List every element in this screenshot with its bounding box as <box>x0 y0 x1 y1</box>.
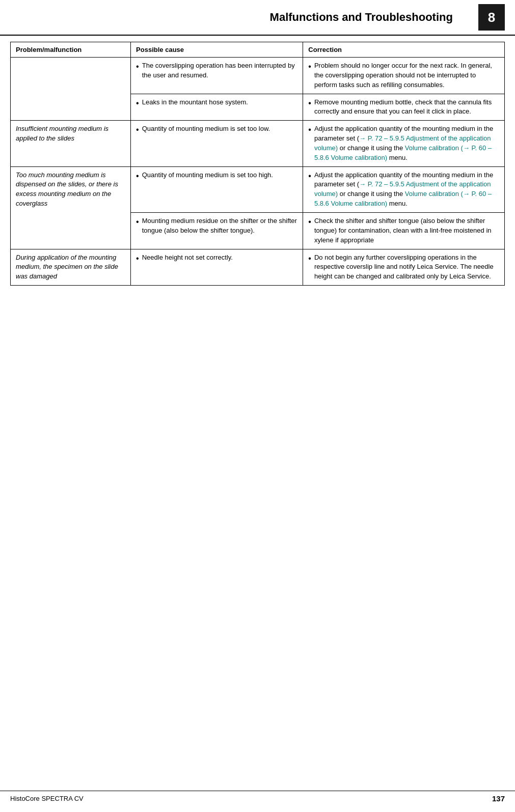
cause-item-2: • Leaks in the mountant hose system. <box>136 98 297 108</box>
footer-product: HistoCore SPECTRA CV <box>10 795 84 802</box>
cause-cell-1: • The coverslipping operation has been i… <box>131 58 303 94</box>
cause-item-4: • Quantity of mounting medium is set too… <box>136 171 297 181</box>
cause-text-5: Mounting medium residue on the shifter o… <box>142 216 298 236</box>
correction-list-2: • Remove mounting medium bottle, check t… <box>308 98 499 117</box>
cause-item-3: • Quantity of mounting medium is set too… <box>136 124 297 134</box>
problem-cell-4: Too much mounting medium is dispensed on… <box>11 166 131 249</box>
cause-list-5: • Mounting medium residue on the shifter… <box>136 216 297 236</box>
cause-text-4: Quantity of mounting medium is set too h… <box>142 171 273 180</box>
correction-text-3: Adjust the application quantity of the m… <box>314 124 499 162</box>
table-row: • The coverslipping operation has been i… <box>11 58 505 94</box>
bullet-icon: • <box>308 254 311 263</box>
correction-item-3: • Adjust the application quantity of the… <box>308 124 499 162</box>
bullet-icon: • <box>308 171 311 181</box>
correction-cell-1: • Problem should no longer occur for the… <box>303 58 505 94</box>
table-header-row: Problem/malfunction Possible cause Corre… <box>11 42 505 58</box>
correction-item-1: • Problem should no longer occur for the… <box>308 61 499 90</box>
cause-item-5: • Mounting medium residue on the shifter… <box>136 216 297 236</box>
cause-cell-6: • Needle height not set correctly. <box>131 249 303 286</box>
correction-item-2: • Remove mounting medium bottle, check t… <box>308 98 499 117</box>
cause-cell-2: • Leaks in the mountant hose system. <box>131 94 303 121</box>
main-table: Problem/malfunction Possible cause Corre… <box>10 42 505 286</box>
cause-cell-4: • Quantity of mounting medium is set too… <box>131 166 303 212</box>
bullet-icon: • <box>136 254 139 263</box>
correction-list-4: • Adjust the application quantity of the… <box>308 171 499 209</box>
page-title: Malfunctions and Troubleshooting <box>245 11 479 24</box>
table-row: During application of the mounting mediu… <box>11 249 505 286</box>
problem-cell-3: Insufficient mounting medium is applied … <box>11 121 131 166</box>
correction-text-2: Remove mounting medium bottle, check tha… <box>314 98 499 117</box>
cause-text-6: Needle height not set correctly. <box>142 253 233 263</box>
bullet-icon: • <box>136 125 139 134</box>
correction-list-5: • Check the shifter and shifter tongue (… <box>308 216 499 245</box>
bullet-icon: • <box>308 125 311 134</box>
correction-text-1: Problem should no longer occur for the n… <box>314 61 499 90</box>
correction-text-4: Adjust the application quantity of the m… <box>314 171 499 209</box>
correction-item-4: • Adjust the application quantity of the… <box>308 171 499 209</box>
table-row: Too much mounting medium is dispensed on… <box>11 166 505 212</box>
cause-text-3: Quantity of mounting medium is set too l… <box>142 124 270 134</box>
footer-page: 137 <box>492 794 505 803</box>
bullet-icon: • <box>308 98 311 108</box>
bullet-icon: • <box>308 217 311 227</box>
chapter-badge: 8 <box>478 4 505 31</box>
cause-list-3: • Quantity of mounting medium is set too… <box>136 124 297 134</box>
cause-list-2: • Leaks in the mountant hose system. <box>136 98 297 108</box>
correction-list-1: • Problem should no longer occur for the… <box>308 61 499 90</box>
link-4[interactable]: Volume calibration (→ P. 60 – 5.8.6 Volu… <box>314 190 492 207</box>
link-2[interactable]: Volume calibration (→ P. 60 – 5.8.6 Volu… <box>314 144 492 161</box>
col-cause: Possible cause <box>131 42 303 58</box>
correction-cell-4: • Adjust the application quantity of the… <box>303 166 505 212</box>
cause-list-6: • Needle height not set correctly. <box>136 253 297 263</box>
correction-item-6: • Do not begin any further coverslipping… <box>308 253 499 282</box>
cause-text-1: The coverslipping operation has been int… <box>142 61 298 80</box>
cause-list-4: • Quantity of mounting medium is set too… <box>136 171 297 181</box>
bullet-icon: • <box>136 98 139 108</box>
correction-cell-3: • Adjust the application quantity of the… <box>303 121 505 166</box>
cause-text-2: Leaks in the mountant hose system. <box>142 98 248 107</box>
bullet-icon: • <box>136 62 139 71</box>
table-row: Insufficient mounting medium is applied … <box>11 121 505 166</box>
correction-list-3: • Adjust the application quantity of the… <box>308 124 499 162</box>
correction-item-5: • Check the shifter and shifter tongue (… <box>308 216 499 245</box>
correction-cell-2: • Remove mounting medium bottle, check t… <box>303 94 505 121</box>
page-footer: HistoCore SPECTRA CV 137 <box>0 791 515 803</box>
problem-cell-empty-1 <box>11 58 131 121</box>
correction-text-5: Check the shifter and shifter tongue (al… <box>314 216 499 245</box>
cause-item-6: • Needle height not set correctly. <box>136 253 297 263</box>
cause-list-1: • The coverslipping operation has been i… <box>136 61 297 80</box>
correction-text-6: Do not begin any further coverslipping o… <box>314 253 499 282</box>
correction-list-6: • Do not begin any further coverslipping… <box>308 253 499 282</box>
problem-cell-6: During application of the mounting mediu… <box>11 249 131 286</box>
cause-cell-5: • Mounting medium residue on the shifter… <box>131 212 303 249</box>
col-problem: Problem/malfunction <box>11 42 131 58</box>
bullet-icon: • <box>136 171 139 181</box>
bullet-icon: • <box>308 62 311 71</box>
cause-item-1: • The coverslipping operation has been i… <box>136 61 297 80</box>
correction-cell-6: • Do not begin any further coverslipping… <box>303 249 505 286</box>
page-header: Malfunctions and Troubleshooting 8 <box>0 0 515 36</box>
col-correction: Correction <box>303 42 505 58</box>
correction-cell-5: • Check the shifter and shifter tongue (… <box>303 212 505 249</box>
cause-cell-3: • Quantity of mounting medium is set too… <box>131 121 303 166</box>
bullet-icon: • <box>136 217 139 227</box>
